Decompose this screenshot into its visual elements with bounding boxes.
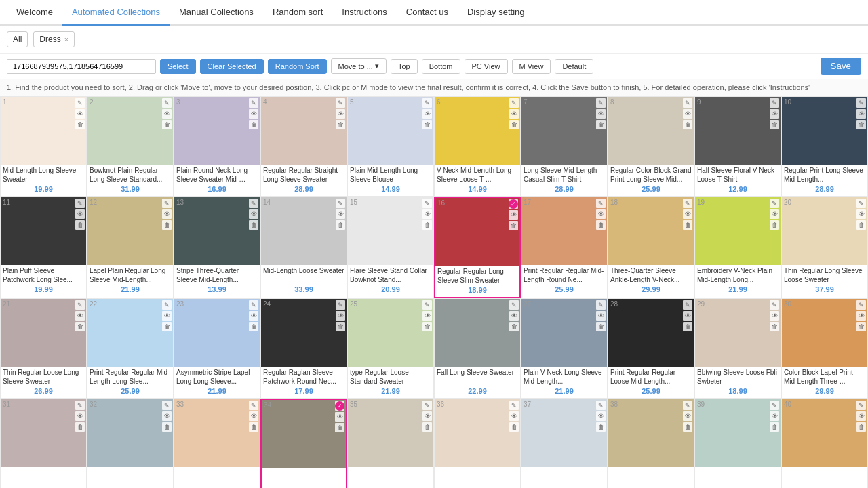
- eye-icon[interactable]: 👁: [249, 109, 258, 119]
- pc-view-button[interactable]: PC View: [465, 59, 508, 74]
- delete-icon[interactable]: 🗑: [856, 120, 866, 129]
- delete-icon[interactable]: 🗑: [683, 422, 692, 432]
- eye-icon[interactable]: 👁: [856, 209, 866, 219]
- edit-icon[interactable]: ✎: [770, 401, 779, 410]
- delete-icon[interactable]: 🗑: [162, 322, 172, 331]
- product-item[interactable]: 22 ✎ 👁 🗑 Print Regular Regular Mid-Lengt…: [87, 298, 174, 399]
- product-item[interactable]: 12 ✎ 👁 🗑 Lapel Plain Regular Long Sleeve…: [87, 197, 174, 298]
- eye-icon[interactable]: 👁: [770, 411, 779, 421]
- product-item[interactable]: 23 ✎ 👁 🗑 Asymmetric Stripe Lapel Long Lo…: [174, 298, 260, 399]
- product-item[interactable]: 31 ✎ 👁 🗑: [0, 399, 87, 488]
- product-item[interactable]: 37 ✎ 👁 🗑: [521, 399, 608, 488]
- product-item[interactable]: 33 ✎ 👁 🗑: [174, 399, 260, 488]
- product-item[interactable]: 25 ✎ 👁 🗑 type Regular Loose Standard Swe…: [347, 298, 434, 399]
- edit-icon[interactable]: ✎: [422, 300, 432, 310]
- eye-icon[interactable]: 👁: [422, 311, 432, 321]
- delete-icon[interactable]: 🗑: [596, 422, 606, 432]
- eye-icon[interactable]: 👁: [770, 311, 779, 321]
- eye-icon[interactable]: 👁: [596, 311, 606, 321]
- select-button[interactable]: Select: [160, 59, 196, 74]
- edit-icon[interactable]: ✎: [336, 300, 345, 310]
- eye-icon[interactable]: 👁: [335, 412, 344, 422]
- product-item[interactable]: 24 ✎ 👁 🗑 Regular Raglan Sleeve Patchwork…: [260, 298, 347, 399]
- eye-icon[interactable]: 👁: [249, 311, 258, 321]
- delete-icon[interactable]: 🗑: [856, 220, 866, 230]
- edit-icon[interactable]: ✎: [770, 300, 779, 310]
- eye-icon[interactable]: 👁: [596, 209, 606, 219]
- delete-icon[interactable]: 🗑: [770, 322, 779, 331]
- eye-icon[interactable]: 👁: [856, 109, 866, 119]
- product-item[interactable]: 10 ✎ 👁 🗑 Regular Print Long Sleeve Mid-L…: [781, 96, 868, 197]
- delete-icon[interactable]: 🗑: [336, 220, 345, 230]
- delete-icon[interactable]: 🗑: [683, 220, 692, 230]
- edit-icon[interactable]: ✎: [249, 300, 258, 310]
- delete-icon[interactable]: 🗑: [770, 120, 779, 129]
- product-item[interactable]: 6 ✎ 👁 🗑 V-Neck Mid-Length Long Sleeve Lo…: [434, 96, 521, 197]
- product-item[interactable]: 9 ✎ 👁 🗑 Half Sleeve Floral V-Neck Loose …: [694, 96, 781, 197]
- edit-icon[interactable]: ✎: [75, 98, 85, 108]
- edit-icon[interactable]: ✎: [856, 98, 866, 108]
- eye-icon[interactable]: 👁: [856, 311, 866, 321]
- product-item[interactable]: 32 ✎ 👁 🗑: [87, 399, 174, 488]
- nav-random-sort[interactable]: Random sort: [263, 0, 332, 26]
- eye-icon[interactable]: 👁: [770, 209, 779, 219]
- filter-all[interactable]: All: [7, 31, 28, 47]
- filter-dress[interactable]: Dress ×: [33, 31, 75, 47]
- eye-icon[interactable]: 👁: [422, 209, 432, 219]
- delete-icon[interactable]: 🗑: [162, 220, 172, 230]
- edit-icon[interactable]: ✎: [683, 199, 692, 208]
- product-item[interactable]: 27 ✎ 👁 🗑 Plain V-Neck Long Sleeve Mid-Le…: [521, 298, 608, 399]
- product-item[interactable]: 20 ✎ 👁 🗑 Thin Regular Long Sleeve Loose …: [781, 197, 868, 298]
- product-item[interactable]: 17 ✎ 👁 🗑 Print Regular Regular Mid-Lengt…: [521, 197, 608, 298]
- eye-icon[interactable]: 👁: [509, 411, 519, 421]
- eye-icon[interactable]: 👁: [336, 209, 345, 219]
- product-item[interactable]: 40 ✎ 👁 🗑: [781, 399, 868, 488]
- delete-icon[interactable]: 🗑: [856, 322, 866, 331]
- edit-icon[interactable]: ✎: [162, 300, 172, 310]
- product-item[interactable]: 15 ✎ 👁 🗑 Flare Sleeve Stand Collar Bowkn…: [347, 197, 434, 298]
- product-item[interactable]: 5 ✎ 👁 🗑 Plain Mid-Length Long Sleeve Blo…: [347, 96, 434, 197]
- edit-icon[interactable]: ✎: [336, 98, 345, 108]
- delete-icon[interactable]: 🗑: [75, 220, 85, 230]
- product-item[interactable]: 8 ✎ 👁 🗑 Regular Color Block Grand Print …: [608, 96, 694, 197]
- eye-icon[interactable]: 👁: [162, 209, 172, 219]
- eye-icon[interactable]: 👁: [683, 209, 692, 219]
- save-button[interactable]: Save: [821, 58, 861, 75]
- delete-icon[interactable]: 🗑: [683, 322, 692, 331]
- product-item[interactable]: 3 ✎ 👁 🗑 Plain Round Neck Long Sleeve Swe…: [174, 96, 260, 197]
- delete-icon[interactable]: 🗑: [856, 422, 866, 432]
- product-item[interactable]: 30 ✎ 👁 🗑 Color Block Lapel Print Mid-Len…: [781, 298, 868, 399]
- product-item[interactable]: 29 ✎ 👁 🗑 Bbtwing Sleeve Loose Fbli Swbet…: [694, 298, 781, 399]
- random-sort-button[interactable]: Random Sort: [268, 59, 327, 74]
- eye-icon[interactable]: 👁: [249, 209, 258, 219]
- product-item[interactable]: 2 ✎ 👁 🗑 Bowknot Plain Regular Long Sleev…: [87, 96, 174, 197]
- product-item[interactable]: 18 ✎ 👁 🗑 Three-Quarter Sleeve Ankle-Leng…: [608, 197, 694, 298]
- eye-icon[interactable]: 👁: [683, 411, 692, 421]
- eye-icon[interactable]: 👁: [336, 311, 345, 321]
- eye-icon[interactable]: 👁: [683, 311, 692, 321]
- delete-icon[interactable]: 🗑: [75, 120, 85, 129]
- delete-icon[interactable]: 🗑: [422, 322, 432, 331]
- nav-display-setting[interactable]: Display setting: [458, 0, 534, 26]
- product-item[interactable]: 19 ✎ 👁 🗑 Embroidery V-Neck Plain Mid-Len…: [694, 197, 781, 298]
- delete-icon[interactable]: 🗑: [422, 220, 432, 230]
- product-item[interactable]: 13 ✎ 👁 🗑 Stripe Three-Quarter Sleeve Mid…: [174, 197, 260, 298]
- delete-icon[interactable]: 🗑: [422, 120, 432, 129]
- edit-icon[interactable]: ✎: [75, 401, 85, 410]
- eye-icon[interactable]: 👁: [162, 311, 172, 321]
- delete-icon[interactable]: 🗑: [596, 220, 606, 230]
- edit-icon[interactable]: ✎: [856, 199, 866, 208]
- nav-automated-collections[interactable]: Automated Collections: [62, 0, 170, 26]
- delete-icon[interactable]: 🗑: [422, 422, 432, 432]
- delete-icon[interactable]: 🗑: [770, 422, 779, 432]
- delete-icon[interactable]: 🗑: [249, 322, 258, 331]
- edit-icon[interactable]: ✎: [422, 401, 432, 410]
- product-item[interactable]: 1 ✎ 👁 🗑 Mid-Length Long Sleeve Sweater 1…: [0, 96, 87, 197]
- delete-icon[interactable]: 🗑: [770, 220, 779, 230]
- bottom-button[interactable]: Bottom: [422, 59, 460, 74]
- delete-icon[interactable]: 🗑: [596, 120, 606, 129]
- edit-icon[interactable]: ✎: [336, 199, 345, 208]
- nav-instructions[interactable]: Instructions: [332, 0, 396, 26]
- eye-icon[interactable]: 👁: [336, 109, 345, 119]
- edit-icon[interactable]: ✎: [770, 98, 779, 108]
